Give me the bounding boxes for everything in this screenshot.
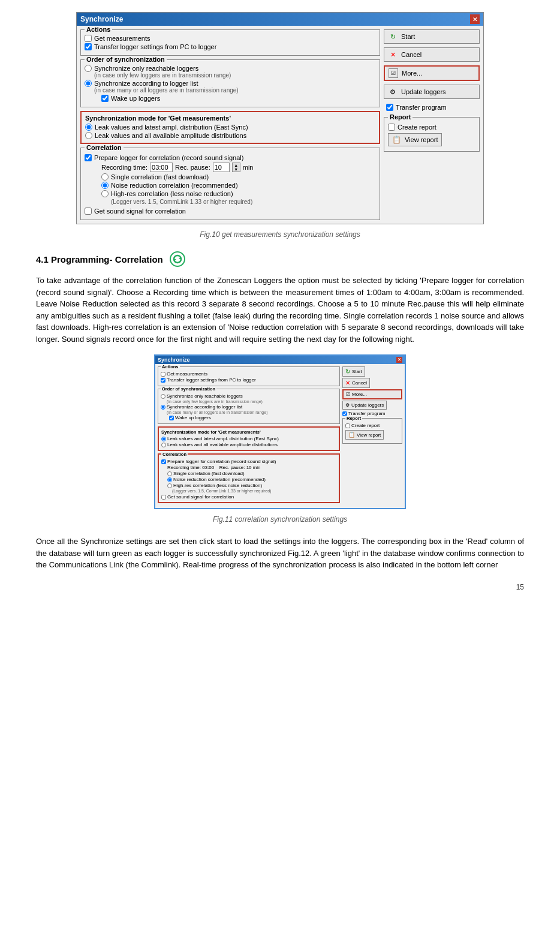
mini-dialog: Synchronize ✕ Actions Get measurements bbox=[154, 354, 406, 509]
mini-wake-cb[interactable] bbox=[169, 416, 174, 420]
mini-list-radio[interactable] bbox=[161, 405, 165, 410]
figure11-container: Synchronize ✕ Actions Get measurements bbox=[154, 354, 406, 509]
get-measurements-checkbox[interactable] bbox=[85, 35, 92, 42]
mini-prepare-row: Prepare logger for correlation (record s… bbox=[161, 459, 336, 464]
mini-get-sound-cb[interactable] bbox=[161, 495, 166, 500]
dialog1-close-btn[interactable]: ✕ bbox=[470, 14, 480, 24]
cancel-icon: ✕ bbox=[388, 50, 398, 59]
mini-correlation-group: Correlation Prepare logger for correlati… bbox=[158, 453, 340, 503]
mini-single-label: Single correlation (fast download) bbox=[173, 471, 245, 476]
mini-sync-opt2-radio[interactable] bbox=[161, 443, 166, 447]
transfer-settings-checkbox[interactable] bbox=[85, 43, 92, 50]
mini-title: Synchronize bbox=[158, 357, 190, 363]
update-loggers-icon: ⚙ bbox=[388, 87, 398, 97]
create-report-checkbox[interactable] bbox=[388, 124, 395, 131]
mini-order-title: Order of synchronization bbox=[161, 386, 216, 392]
high-res-label: High-res correlation (less noise reducti… bbox=[111, 190, 233, 197]
section41-header: 4.1 Programming- Correlation bbox=[36, 251, 524, 267]
sync-list-radio[interactable] bbox=[85, 80, 92, 87]
single-corr-radio[interactable] bbox=[101, 173, 109, 181]
actions-group-title: Actions bbox=[85, 26, 112, 33]
mini-get-sound-label: Get sound signal for correlation bbox=[167, 494, 234, 500]
mini-more-box[interactable]: ☑ More... bbox=[342, 389, 402, 399]
mini-sync-opt2-row: Leak values and all available amplitude … bbox=[161, 442, 336, 447]
prepare-logger-checkbox[interactable] bbox=[85, 154, 92, 161]
mini-single-row: Single correlation (fast download) bbox=[167, 471, 336, 476]
mini-cancel-btn[interactable]: ✕ Cancel bbox=[342, 378, 370, 388]
mini-update-btn[interactable]: ⚙ Update loggers bbox=[342, 401, 387, 410]
correlation-group-title: Correlation bbox=[85, 144, 124, 151]
mini-noise-label: Noise reduction correlation (recommended… bbox=[173, 477, 266, 482]
mini-list-label: Synchronize according to logger list bbox=[167, 404, 242, 410]
sync-reachable-radio[interactable] bbox=[85, 65, 92, 72]
sync-mode-opt2-row: Leak values and all available amplitude … bbox=[85, 132, 375, 139]
rec-pause-input[interactable] bbox=[213, 163, 230, 172]
mini-list-row: Synchronize according to logger list bbox=[161, 404, 337, 410]
high-res-sub-label: (Logger vers. 1.5, CommLink 1.33 or high… bbox=[111, 199, 252, 205]
up-down-icon[interactable]: ▲ ▼ bbox=[232, 163, 240, 172]
sync-mode-opt2-label: Leak values and all available amplitude … bbox=[95, 132, 246, 139]
get-sound-checkbox[interactable] bbox=[85, 208, 92, 215]
mini-view-report-btn[interactable]: 📋 View report bbox=[345, 430, 384, 440]
get-sound-row: Get sound signal for correlation bbox=[85, 208, 376, 215]
noise-reduction-row: Noise reduction correlation (recommended… bbox=[101, 182, 376, 189]
figure10-container: Synchronize ✕ Actions Get measurements bbox=[76, 12, 484, 224]
mini-transfer-row: Transfer logger settings from PC to logg… bbox=[161, 377, 337, 383]
high-res-row: High-res correlation (less noise reducti… bbox=[101, 190, 376, 197]
body-text1: To take advantage of the correlation fun… bbox=[36, 275, 524, 345]
mini-single-radio[interactable] bbox=[167, 471, 172, 476]
sync-mode-opt2-radio[interactable] bbox=[85, 132, 92, 139]
high-res-radio[interactable] bbox=[101, 190, 109, 197]
transfer-program-checkbox[interactable] bbox=[386, 104, 393, 111]
mini-create-report-cb[interactable] bbox=[345, 423, 350, 428]
mini-transfer-cb[interactable] bbox=[161, 378, 165, 383]
mini-create-report-row: Create report bbox=[345, 423, 399, 428]
mini-create-report-label: Create report bbox=[351, 423, 380, 428]
mini-sync-opt1-radio[interactable] bbox=[161, 437, 166, 441]
mini-close[interactable]: ✕ bbox=[396, 357, 402, 363]
mini-highres-radio[interactable] bbox=[167, 483, 172, 488]
create-report-label: Create report bbox=[398, 124, 436, 131]
mini-sync-mode-title: Synchronization mode for 'Get measuremen… bbox=[161, 429, 336, 435]
mini-prepare-label: Prepare logger for correlation (record s… bbox=[167, 459, 276, 464]
report-group: Report Create report 📋 View report bbox=[384, 117, 480, 152]
recording-time-input[interactable] bbox=[150, 163, 173, 172]
dialog1-left: Actions Get measurements Transfer logger… bbox=[80, 29, 380, 220]
mini-report-group: Report Create report 📋 View report bbox=[342, 418, 402, 444]
more-box[interactable]: ☑ More... bbox=[384, 65, 480, 81]
mini-reachable-label: Synchronize only reachable loggers bbox=[167, 393, 243, 399]
sync-mode-opt1-radio[interactable] bbox=[85, 124, 92, 131]
mini-report-title: Report bbox=[345, 416, 362, 421]
mini-highres-label: High-res correlation (less noise reducti… bbox=[173, 483, 262, 488]
mini-min-label: min bbox=[253, 465, 261, 470]
spinner-down[interactable]: ▼ bbox=[233, 167, 240, 172]
view-report-button[interactable]: 📋 View report bbox=[388, 133, 442, 146]
transfer-settings-label: Transfer logger settings from PC to logg… bbox=[94, 43, 216, 50]
transfer-settings-row: Transfer logger settings from PC to logg… bbox=[85, 43, 376, 50]
mini-rec-label: Recording time: 03:00 bbox=[167, 465, 214, 470]
create-report-row: Create report bbox=[388, 124, 475, 131]
report-group-title: Report bbox=[388, 113, 413, 121]
get-measurements-row: Get measurements bbox=[85, 35, 376, 42]
mini-reachable-radio[interactable] bbox=[161, 394, 165, 399]
start-icon: ↻ bbox=[388, 32, 398, 41]
page-number: 15 bbox=[516, 583, 524, 591]
wake-up-checkbox[interactable] bbox=[101, 95, 109, 102]
spinner-up[interactable]: ▲ bbox=[233, 163, 240, 167]
start-button[interactable]: ↻ Start bbox=[384, 29, 480, 44]
mini-corr-title: Correlation bbox=[161, 452, 188, 457]
mini-prepare-cb[interactable] bbox=[161, 459, 166, 464]
dialog1-title: Synchronize bbox=[80, 15, 123, 23]
mini-sync-opt1-row: Leak values and latest ampl. distributio… bbox=[161, 436, 336, 441]
mini-update-label: Update loggers bbox=[351, 402, 384, 408]
mini-start-btn[interactable]: ↻ Start bbox=[342, 366, 365, 377]
svg-point-0 bbox=[170, 252, 185, 266]
noise-reduction-radio[interactable] bbox=[101, 182, 109, 189]
update-loggers-button[interactable]: ⚙ Update loggers bbox=[384, 85, 480, 99]
mini-right: ↻ Start ✕ Cancel ☑ More... ⚙ Update logg… bbox=[342, 366, 402, 506]
cancel-button[interactable]: ✕ Cancel bbox=[384, 47, 480, 62]
mini-get-meas-cb[interactable] bbox=[161, 372, 165, 377]
page-number-container: 15 bbox=[36, 583, 524, 591]
mini-noise-radio[interactable] bbox=[167, 477, 172, 482]
mini-list-sub-row: (in case many or all loggers are in tran… bbox=[167, 410, 337, 414]
